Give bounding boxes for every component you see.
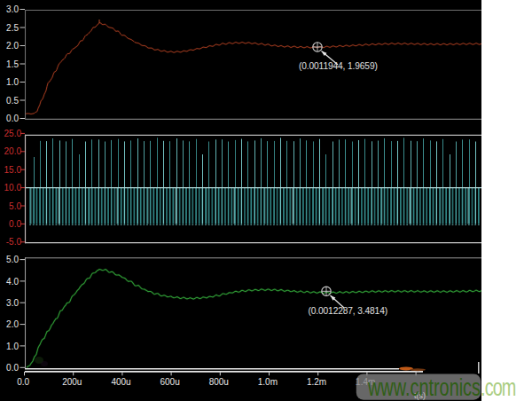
- svg-text:0.5: 0.5: [6, 96, 19, 106]
- svg-text:1.0: 1.0: [6, 77, 19, 87]
- svg-text:400u: 400u: [111, 377, 130, 387]
- svg-text:3.0: 3.0: [6, 4, 19, 14]
- svg-text:800u: 800u: [209, 377, 229, 387]
- svg-text:(0.0011944, 1.9659): (0.0011944, 1.9659): [299, 61, 378, 71]
- svg-text:1.5: 1.5: [6, 59, 19, 69]
- svg-text:0.0: 0.0: [9, 219, 21, 229]
- svg-text:2.0: 2.0: [6, 319, 19, 329]
- svg-text:600u: 600u: [160, 377, 179, 387]
- svg-text:3.0: 3.0: [6, 298, 19, 308]
- svg-text:1.0m: 1.0m: [258, 377, 278, 387]
- svg-text:25.0: 25.0: [4, 129, 22, 138]
- svg-text:0.0: 0.0: [17, 377, 29, 387]
- svg-text:2.5: 2.5: [6, 23, 19, 33]
- svg-text:1.2m: 1.2m: [307, 377, 326, 387]
- svg-text:(0.0012287, 3.4814): (0.0012287, 3.4814): [309, 306, 387, 316]
- svg-text:10.0: 10.0: [4, 183, 22, 193]
- svg-text:15.0: 15.0: [4, 165, 22, 175]
- svg-text:0.0: 0.0: [6, 114, 19, 123]
- svg-text:200u: 200u: [62, 377, 82, 387]
- svg-text:5.0: 5.0: [9, 201, 21, 211]
- svg-text:4.0: 4.0: [6, 277, 19, 287]
- svg-text:0.0: 0.0: [6, 363, 19, 373]
- svg-text:2.0: 2.0: [6, 41, 19, 51]
- svg-text:1.0: 1.0: [6, 342, 19, 351]
- svg-text:-5.0: -5.0: [6, 237, 22, 247]
- svg-text:5.0: 5.0: [6, 255, 19, 264]
- svg-text:20.0: 20.0: [4, 146, 22, 156]
